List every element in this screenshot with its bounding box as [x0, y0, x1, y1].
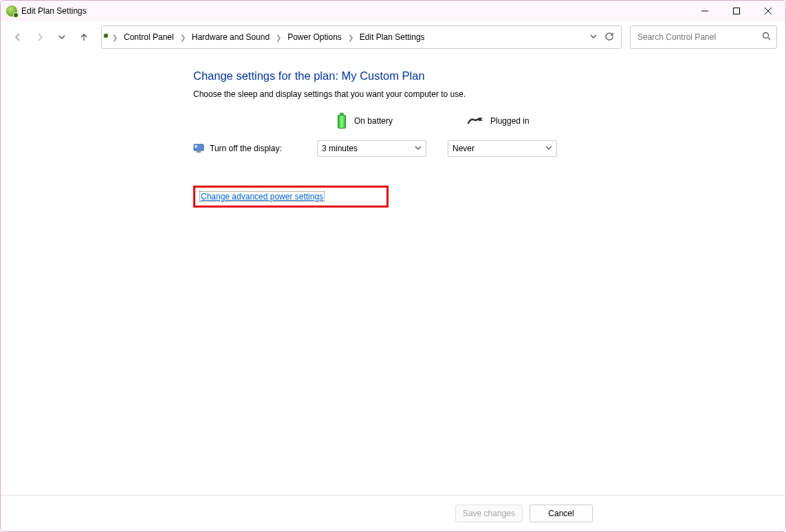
plan-settings-panel: Change settings for the plan: My Custom … [193, 69, 620, 208]
breadcrumb-hardware-and-sound[interactable]: Hardware and Sound [190, 32, 271, 42]
highlight-annotation: Change advanced power settings [193, 186, 389, 208]
battery-icon [336, 113, 347, 129]
display-battery-select[interactable]: 3 minutes [317, 140, 426, 157]
svg-rect-2 [479, 118, 481, 121]
column-plugged-in: Plugged in [448, 111, 565, 131]
chevron-right-icon[interactable]: ❯ [274, 34, 283, 41]
nav-recent-button[interactable] [53, 28, 71, 46]
refresh-button[interactable] [604, 32, 614, 43]
nav-up-button[interactable] [75, 28, 93, 46]
page-subtext: Choose the sleep and display settings th… [193, 89, 620, 99]
toolbar: ❯ Control Panel ❯ Hardware and Sound ❯ P… [1, 21, 785, 53]
search-box[interactable] [630, 25, 777, 49]
svg-point-1 [763, 33, 769, 38]
chevron-right-icon[interactable]: ❯ [110, 34, 120, 41]
display-battery-value: 3 minutes [322, 144, 358, 153]
address-bar[interactable]: ❯ Control Panel ❯ Hardware and Sound ❯ P… [101, 25, 622, 49]
nav-forward-button[interactable] [31, 28, 49, 46]
breadcrumb-power-options[interactable]: Power Options [286, 32, 343, 42]
search-icon[interactable] [762, 32, 771, 43]
change-advanced-link[interactable]: Change advanced power settings [199, 191, 325, 202]
settings-grid: On battery Plugged in [193, 111, 620, 157]
row-turn-off-display: Turn off the display: [193, 143, 303, 154]
column-on-battery-label: On battery [354, 116, 393, 126]
search-input[interactable] [636, 32, 758, 43]
breadcrumb-edit-plan-settings[interactable]: Edit Plan Settings [358, 32, 426, 42]
display-plugged-select[interactable]: Never [448, 140, 557, 157]
chevron-down-icon [545, 144, 552, 153]
save-changes-button[interactable]: Save changes [455, 505, 523, 522]
window-title: Edit Plan Settings [21, 6, 87, 16]
column-plugged-in-label: Plugged in [490, 116, 530, 126]
cancel-button[interactable]: Cancel [530, 505, 593, 522]
display-icon [193, 143, 204, 154]
minimize-button[interactable] [689, 1, 721, 21]
page-heading: Change settings for the plan: My Custom … [193, 69, 620, 82]
display-plugged-value: Never [452, 144, 474, 153]
plug-icon [467, 116, 483, 126]
content-area: Change settings for the plan: My Custom … [1, 53, 785, 495]
close-button[interactable] [752, 1, 784, 21]
window-root: Edit Plan Settings ❯ Control Panel [0, 0, 786, 532]
chevron-down-icon [415, 144, 422, 153]
footer-bar: Save changes Cancel [1, 495, 785, 531]
breadcrumb-control-panel[interactable]: Control Panel [122, 32, 175, 42]
svg-rect-4 [197, 151, 201, 153]
row-turn-off-display-label: Turn off the display: [210, 144, 282, 153]
chevron-right-icon[interactable]: ❯ [346, 34, 356, 41]
maximize-button[interactable] [721, 1, 752, 21]
titlebar: Edit Plan Settings [1, 1, 785, 21]
column-on-battery: On battery [317, 111, 434, 131]
advanced-link-row: Change advanced power settings [193, 186, 620, 208]
app-icon [6, 5, 17, 16]
svg-rect-0 [734, 8, 740, 14]
nav-back-button[interactable] [9, 28, 27, 46]
address-dropdown-button[interactable] [589, 32, 598, 43]
chevron-right-icon[interactable]: ❯ [178, 34, 188, 41]
